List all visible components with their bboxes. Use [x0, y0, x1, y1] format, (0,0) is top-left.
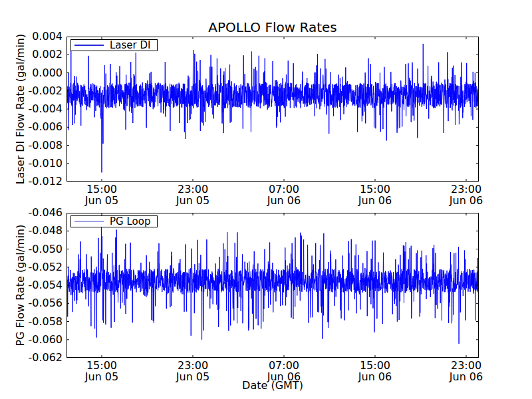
laser-di-legend-label: Laser DI: [110, 41, 151, 51]
x-tick-time: 15:00: [72, 360, 132, 371]
x-axis-label: Date (GMT): [66, 379, 479, 392]
y-tick-label: -0.058: [0, 317, 63, 327]
bottom-legend: PG Loop: [70, 215, 158, 227]
y-tick-label: -0.010: [0, 158, 63, 169]
x-tick-date: Jun 05: [163, 195, 223, 206]
x-tick-time: 15:00: [345, 184, 405, 195]
pg-loop-legend-line-sample: [74, 221, 104, 222]
x-tick-label: 23:00Jun 06: [436, 184, 496, 206]
x-tick-date: Jun 06: [345, 195, 405, 206]
pg-loop-legend-label: PG Loop: [110, 217, 150, 227]
y-tick-label: -0.050: [0, 244, 63, 255]
y-tick-label: -0.046: [0, 207, 63, 218]
laser-di-series-line: [66, 44, 479, 172]
y-tick-label: -0.004: [0, 104, 63, 114]
y-tick-label: -0.054: [0, 280, 63, 291]
x-tick-time: 23:00: [436, 184, 496, 195]
x-tick-label: 07:00Jun 06: [254, 184, 314, 206]
bottom-plot-area: [66, 213, 479, 358]
x-tick-time: 07:00: [254, 184, 314, 195]
y-tick-label: -0.006: [0, 122, 63, 132]
x-tick-time: 23:00: [163, 360, 223, 371]
x-tick-label: 23:00Jun 05: [163, 184, 223, 206]
pg-loop-series-line: [66, 225, 479, 344]
top-legend: Laser DI: [70, 39, 158, 51]
y-tick-label: -0.048: [0, 225, 63, 236]
y-tick-label: 0.000: [0, 68, 63, 78]
y-tick-label: -0.002: [0, 86, 63, 96]
chart-title: APOLLO Flow Rates: [66, 19, 479, 35]
x-tick-time: 23:00: [163, 184, 223, 195]
y-tick-label: -0.060: [0, 334, 63, 345]
laser-di-legend-line-sample: [74, 45, 104, 46]
x-tick-time: 15:00: [345, 360, 405, 371]
x-tick-date: Jun 06: [254, 195, 314, 206]
y-tick-label: -0.052: [0, 262, 63, 273]
top-plot-area: [66, 37, 479, 182]
x-tick-label: 15:00Jun 05: [72, 184, 132, 206]
x-tick-date: Jun 06: [436, 195, 496, 206]
figure: APOLLO Flow Rates Laser DI Flow Rate (ga…: [0, 0, 532, 399]
x-tick-time: 15:00: [72, 184, 132, 195]
x-tick-time: 07:00: [254, 360, 314, 371]
y-tick-label: -0.056: [0, 298, 63, 309]
x-tick-label: 15:00Jun 06: [345, 184, 405, 206]
x-tick-time: 23:00: [436, 360, 496, 371]
x-tick-date: Jun 05: [72, 195, 132, 206]
y-tick-label: 0.002: [0, 49, 63, 60]
y-tick-label: 0.004: [0, 31, 63, 42]
y-tick-label: -0.062: [0, 352, 63, 363]
y-tick-label: -0.008: [0, 140, 63, 151]
y-tick-label: -0.012: [0, 176, 63, 187]
